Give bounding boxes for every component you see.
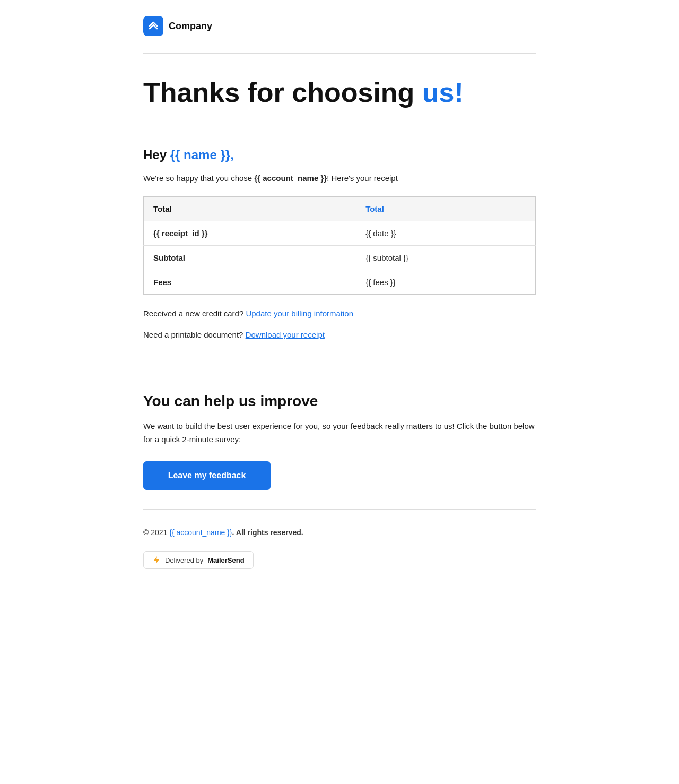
greeting-prefix: Hey	[143, 148, 170, 162]
footer-section: © 2021 {{ account_name }}. All rights re…	[143, 514, 536, 578]
section-divider	[143, 369, 536, 369]
intro-account-var: {{ account_name }}	[254, 174, 327, 183]
improve-body-text: We want to build the best user experienc…	[143, 419, 536, 446]
table-row: Subtotal {{ subtotal }}	[144, 245, 536, 270]
leave-feedback-button[interactable]: Leave my feedback	[143, 461, 271, 490]
footer-divider	[143, 509, 536, 510]
footer-account-var: {{ account_name }}	[169, 528, 232, 537]
billing-info-line: Received a new credit card? Update your …	[143, 307, 536, 320]
table-row: {{ receipt_id }} {{ date }}	[144, 221, 536, 245]
greeting-heading: Hey {{ name }},	[143, 148, 536, 162]
hero-title-highlight: us!	[422, 77, 464, 108]
fees-label-cell: Fees	[144, 270, 356, 294]
svg-marker-0	[154, 556, 159, 564]
table-row: Fees {{ fees }}	[144, 270, 536, 294]
hero-divider	[143, 128, 536, 128]
greeting-name-var: {{ name }},	[170, 148, 234, 162]
subtotal-value-cell: {{ subtotal }}	[356, 245, 535, 270]
company-logo-icon	[143, 16, 163, 36]
mailersend-brand-name: MailerSend	[207, 556, 244, 564]
mailersend-bolt-icon	[152, 556, 161, 564]
fees-value-cell: {{ fees }}	[356, 270, 535, 294]
improve-title: You can help us improve	[143, 393, 536, 410]
download-receipt-line: Need a printable document? Download your…	[143, 329, 536, 341]
delivered-by-label: Delivered by	[165, 556, 203, 564]
intro-suffix: ! Here's your receipt	[327, 174, 398, 183]
update-billing-link[interactable]: Update your billing information	[246, 309, 353, 318]
download-receipt-link[interactable]: Download your receipt	[246, 330, 325, 339]
main-section: Hey {{ name }}, We're so happy that you …	[143, 133, 536, 365]
hero-section: Thanks for choosing us!	[143, 58, 536, 124]
subtotal-label-cell: Subtotal	[144, 245, 356, 270]
copyright-text: © 2021 {{ account_name }}. All rights re…	[143, 527, 536, 538]
company-name: Company	[169, 21, 212, 32]
table-header-row: Total Total	[144, 196, 536, 221]
date-cell: {{ date }}	[356, 221, 535, 245]
intro-paragraph: We're so happy that you chose {{ account…	[143, 172, 536, 185]
header-divider	[143, 53, 536, 54]
billing-info-prefix: Received a new credit card?	[143, 309, 246, 318]
mailersend-badge: Delivered by MailerSend	[143, 551, 254, 569]
copyright-suffix: . All rights reserved.	[232, 528, 303, 537]
intro-prefix: We're so happy that you chose	[143, 174, 254, 183]
hero-title: Thanks for choosing us!	[143, 77, 536, 109]
improve-section: You can help us improve We want to build…	[143, 374, 536, 505]
hero-title-prefix: Thanks for choosing	[143, 77, 422, 108]
copyright-prefix: © 2021	[143, 528, 169, 537]
col1-header: Total	[144, 196, 356, 221]
download-prefix: Need a printable document?	[143, 330, 246, 339]
col2-header: Total	[356, 196, 535, 221]
receipt-table: Total Total {{ receipt_id }} {{ date }} …	[143, 196, 536, 295]
receipt-id-cell: {{ receipt_id }}	[144, 221, 356, 245]
